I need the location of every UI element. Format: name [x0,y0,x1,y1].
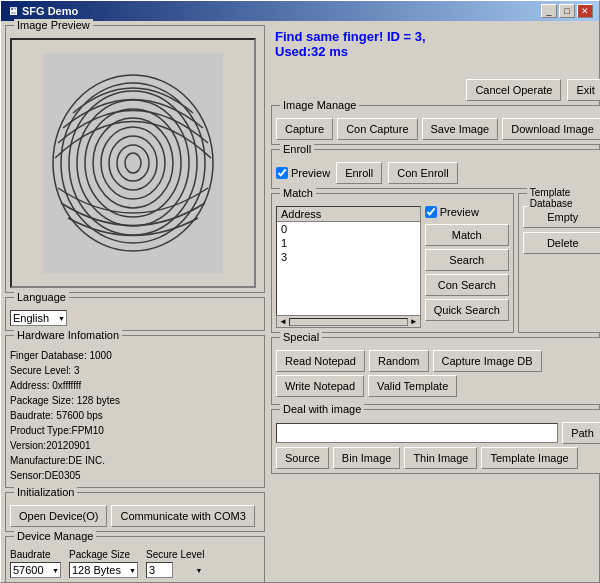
address-scrollbar[interactable]: ◄ ► [276,316,421,328]
secure-level-select[interactable]: 3 [146,562,173,578]
thin-image-button[interactable]: Thin Image [404,447,477,469]
address-listbox[interactable]: Address 0 1 3 [276,206,421,316]
image-manage-group: Image Manage Capture Con Capture Save Im… [271,105,600,145]
image-preview-label: Image Preview [14,19,93,31]
enroll-row: Preview Enroll Con Enroll [276,162,600,184]
con-enroll-button[interactable]: Con Enroll [388,162,457,184]
source-button[interactable]: Source [276,447,329,469]
package-size-select[interactable]: 128 Bytes [69,562,138,578]
status-line1: Find same finger! ID = 3, [275,29,600,44]
open-device-button[interactable]: Open Device(O) [10,505,107,527]
address-item-0[interactable]: 0 [277,222,420,236]
template-db-buttons: Empty Delete [523,206,600,254]
hardware-group: Hardware Infomation Finger Database: 100… [5,335,265,488]
match-buttons: Preview Match Search Con Search Quick Se… [425,206,509,328]
enroll-preview-text: Preview [291,167,330,179]
hw-line-5: Product Type:FPM10 [10,423,260,438]
template-db-label: Template Database [527,187,600,209]
path-button[interactable]: Path [562,422,600,444]
enroll-button[interactable]: Enroll [336,162,382,184]
secure-level-select-wrapper: 3 [146,562,204,578]
deal-with-image-group: Deal with image Path Source Bin Image Th… [271,409,600,474]
right-panel: Find same finger! ID = 3, Used:32 ms Can… [271,25,600,578]
title-bar: 🖥 SFG Demo _ □ ✕ [1,1,599,21]
match-inner: Address 0 1 3 ◄ ► [276,206,509,328]
match-preview-label[interactable]: Preview [425,206,509,218]
con-search-button[interactable]: Con Search [425,274,509,296]
download-image-button[interactable]: Download Image [502,118,600,140]
communicate-button[interactable]: Communicate with COM3 [111,505,254,527]
match-button[interactable]: Match [425,224,509,246]
match-preview-checkbox[interactable] [425,206,437,218]
image-manage-buttons: Capture Con Capture Save Image Download … [276,118,600,140]
hw-line-0: Finger Database: 1000 [10,348,260,363]
hw-line-7: Manufacture:DE INC. [10,453,260,468]
con-capture-button[interactable]: Con Capture [337,118,417,140]
address-list: Address 0 1 3 ◄ ► [276,206,421,328]
save-image-button[interactable]: Save Image [422,118,499,140]
capture-button[interactable]: Capture [276,118,333,140]
initialization-group: Initialization Open Device(O) Communicat… [5,492,265,532]
read-notepad-button[interactable]: Read Notepad [276,350,365,372]
match-group: Match Address 0 1 3 ◄ [271,193,514,333]
status-line2: Used:32 ms [275,44,600,59]
path-input[interactable] [276,423,558,443]
device-manage-group: Device Manage Baudrate 57600 Package Siz… [5,536,265,583]
hardware-info: Finger Database: 1000 Secure Level: 3 Ad… [10,348,260,483]
hardware-label: Hardware Infomation [14,329,122,341]
address-item-3[interactable]: 3 [277,250,420,264]
deal-with-image-label: Deal with image [280,403,364,415]
exit-button[interactable]: Exit [567,79,600,101]
enroll-preview-checkbox[interactable] [276,167,288,179]
hw-line-6: Version:20120901 [10,438,260,453]
hw-line-3: Package Size: 128 bytes [10,393,260,408]
match-section: Match Address 0 1 3 ◄ [271,193,600,333]
capture-image-db-button[interactable]: Capture Image DB [433,350,542,372]
baudrate-select[interactable]: 57600 [10,562,61,578]
valid-template-button[interactable]: Valid Template [368,375,457,397]
left-panel: Image Preview [5,25,265,578]
fingerprint-image [43,53,223,273]
secure-level-label: Secure Level [146,549,204,560]
language-label: Language [14,291,69,303]
title-bar-controls: _ □ ✕ [541,4,593,18]
language-select-wrapper: English [10,310,67,326]
image-preview-box [10,38,256,288]
search-button[interactable]: Search [425,249,509,271]
random-button[interactable]: Random [369,350,429,372]
write-notepad-button[interactable]: Write Notepad [276,375,364,397]
package-size-col: Package Size 128 Bytes [69,549,138,578]
action-row: Cancel Operate Exit [271,79,600,101]
match-preview-text: Preview [440,206,479,218]
maximize-button[interactable]: □ [559,4,575,18]
baudrate-col: Baudrate 57600 [10,549,61,578]
hw-line-2: Address: 0xfffffff [10,378,260,393]
main-window: 🖥 SFG Demo _ □ ✕ Image Preview [0,0,600,583]
template-image-button[interactable]: Template Image [481,447,577,469]
deal-input-row: Path [276,422,600,444]
quick-search-button[interactable]: Quick Search [425,299,509,321]
enroll-preview-label[interactable]: Preview [276,167,330,179]
bin-image-button[interactable]: Bin Image [333,447,401,469]
close-button[interactable]: ✕ [577,4,593,18]
baudrate-select-wrapper: 57600 [10,562,61,578]
secure-level-col: Secure Level 3 [146,549,204,578]
cancel-operate-button[interactable]: Cancel Operate [466,79,561,101]
delete-button[interactable]: Delete [523,232,600,254]
address-header: Address [277,207,420,222]
special-label: Special [280,331,322,343]
image-preview-group: Image Preview [5,25,265,293]
special-group: Special Read Notepad Random Capture Imag… [271,337,600,405]
window-icon: 🖥 [7,5,18,17]
empty-button[interactable]: Empty [523,206,600,228]
device-manage-row: Baudrate 57600 Package Size 128 Bytes [10,549,260,578]
special-row-1: Read Notepad Random Capture Image DB [276,350,600,372]
language-group: Language English [5,297,265,331]
minimize-button[interactable]: _ [541,4,557,18]
hw-line-8: Sensor:DE0305 [10,468,260,483]
baudrate-label: Baudrate [10,549,61,560]
title-bar-text: 🖥 SFG Demo [7,5,78,17]
language-select[interactable]: English [10,310,67,326]
address-item-1[interactable]: 1 [277,236,420,250]
enroll-group: Enroll Preview Enroll Con Enroll [271,149,600,189]
